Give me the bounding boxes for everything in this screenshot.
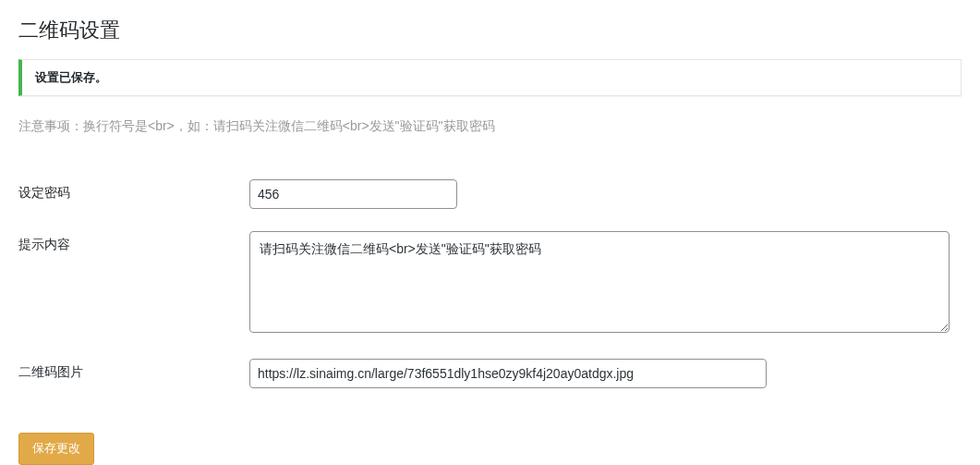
row-prompt: 提示内容 请扫码关注微信二维码<br>发送"验证码"获取密码 xyxy=(18,220,962,348)
submit-wrap: 保存更改 xyxy=(18,433,962,465)
label-password: 设定密码 xyxy=(18,168,249,220)
notice-message: 设置已保存。 xyxy=(35,69,948,86)
hint-text: 注意事项：换行符号是<br>，如：请扫码关注微信二维码<br>发送"验证码"获取… xyxy=(18,118,962,135)
label-qrcode-image: 二维码图片 xyxy=(18,348,249,399)
page-title: 二维码设置 xyxy=(18,17,962,44)
password-input[interactable] xyxy=(249,179,457,209)
prompt-textarea[interactable]: 请扫码关注微信二维码<br>发送"验证码"获取密码 xyxy=(249,231,950,333)
notice-success: 设置已保存。 xyxy=(18,59,962,96)
row-qrcode-image: 二维码图片 xyxy=(18,348,962,399)
row-password: 设定密码 xyxy=(18,168,962,220)
label-prompt: 提示内容 xyxy=(18,220,249,348)
save-button[interactable]: 保存更改 xyxy=(18,433,94,465)
qrcode-image-input[interactable] xyxy=(249,359,767,388)
settings-form-table: 设定密码 提示内容 请扫码关注微信二维码<br>发送"验证码"获取密码 二维码图… xyxy=(18,168,962,399)
